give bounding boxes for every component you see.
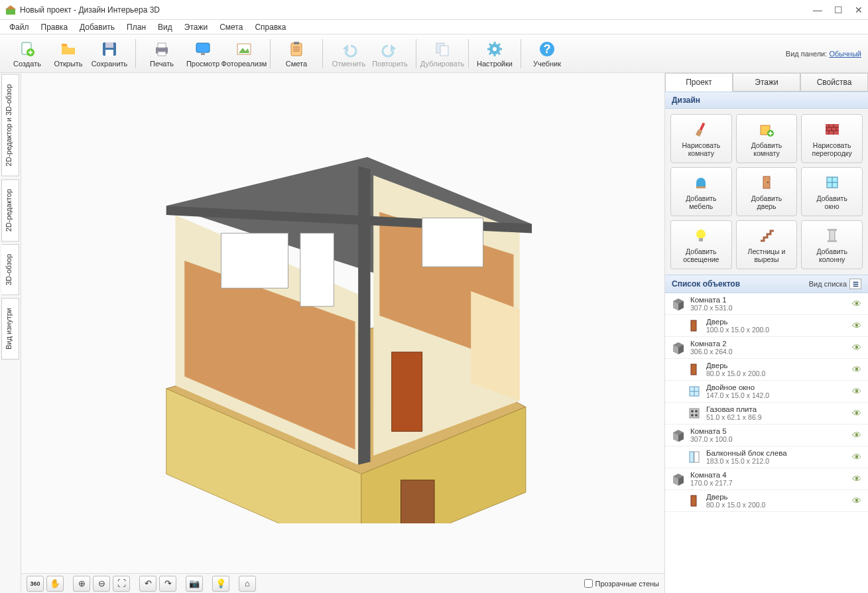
titlebar: Новый проект - Дизайн Интерьера 3D — ☐ ✕ (0, 0, 868, 20)
maximize-button[interactable]: ☐ (834, 5, 843, 15)
svg-point-66 (691, 414, 694, 417)
object-item[interactable]: Двойное окно147.0 x 15.0 x 142.0👁 (665, 381, 868, 403)
print-button[interactable]: Печать (141, 37, 182, 70)
menu-правка[interactable]: Правка (37, 21, 72, 33)
preview-button[interactable]: Просмотр (182, 37, 223, 70)
panel-mode: Вид панели: Обычный (786, 50, 861, 58)
view-tab-2d[interactable]: 2D-редактор (1, 179, 19, 241)
object-item[interactable]: Балконный блок слева183.0 x 15.0 x 212.0… (665, 446, 868, 468)
gear-icon (485, 40, 504, 58)
folder-open-icon (59, 40, 78, 58)
panel-mode-link[interactable]: Обычный (829, 50, 861, 58)
settings-button[interactable]: Настройки (474, 37, 515, 70)
svg-rect-41 (700, 123, 706, 131)
chair-icon (692, 173, 710, 192)
save-button[interactable]: Сохранить (89, 37, 130, 70)
menu-справка[interactable]: Справка (251, 21, 290, 33)
visibility-toggle[interactable]: 👁 (852, 430, 863, 440)
visibility-toggle[interactable]: 👁 (852, 452, 863, 462)
door-icon (686, 493, 702, 509)
object-item[interactable]: Дверь80.0 x 15.0 x 200.0👁 (665, 490, 868, 512)
add-door-button[interactable]: Добавитьдверь (736, 167, 798, 216)
right-panel-tabs: ПроектЭтажиСвойства (665, 73, 868, 92)
undo-icon (340, 40, 358, 58)
object-item[interactable]: Комната 1307.0 x 531.0👁 (665, 293, 868, 315)
viewport-rotate-left-button[interactable]: ↶ (139, 576, 156, 592)
object-item[interactable]: Дверь80.0 x 15.0 x 200.0👁 (665, 359, 868, 381)
add-room-button[interactable]: Добавитькомнату (736, 114, 798, 163)
duplicate-button: Дублировать (422, 37, 463, 70)
tutorial-button[interactable]: ?Учебник (527, 37, 568, 70)
add-column-button[interactable]: Добавитьколонну (801, 220, 863, 269)
draw-room-button[interactable]: Нарисоватькомнату (670, 114, 732, 163)
menu-файл[interactable]: Файл (5, 21, 33, 33)
menu-вид[interactable]: Вид (154, 21, 176, 33)
menu-этажи[interactable]: Этажи (180, 21, 212, 33)
transparent-walls-checkbox[interactable]: Прозрачные стены (584, 579, 659, 588)
3d-scene (111, 133, 574, 523)
visibility-toggle[interactable]: 👁 (852, 364, 863, 375)
menu-смета[interactable]: Смета (216, 21, 247, 33)
minimize-button[interactable]: — (813, 5, 822, 15)
visibility-toggle[interactable]: 👁 (852, 386, 863, 397)
visibility-toggle[interactable]: 👁 (852, 342, 863, 353)
object-item[interactable]: Газовая плита51.0 x 62.1 x 86.9👁 (665, 403, 868, 425)
viewport-home-button[interactable]: ⌂ (239, 576, 256, 592)
door-icon (686, 362, 702, 377)
svg-rect-57 (691, 320, 696, 331)
svg-rect-6 (105, 50, 113, 56)
visibility-toggle[interactable]: 👁 (852, 474, 863, 484)
svg-rect-76 (691, 495, 696, 506)
view-tab-inside[interactable]: Вид изнутри (1, 298, 19, 360)
menu-план[interactable]: План (123, 21, 150, 33)
add-furniture-button[interactable]: Добавитьмебель (670, 167, 732, 216)
visibility-toggle[interactable]: 👁 (852, 408, 863, 419)
view-tab-3d[interactable]: 3D-обзор (1, 244, 19, 295)
svg-rect-15 (294, 42, 299, 44)
list-view-toggle[interactable]: ☰ (849, 279, 861, 289)
rp-tab-props[interactable]: Свойства (800, 73, 868, 92)
viewport-pan-button[interactable]: ✋ (46, 576, 64, 592)
svg-rect-45 (696, 186, 706, 188)
window-icon (823, 173, 841, 192)
photoreal-button[interactable]: Фотореализм (223, 37, 265, 70)
toolbar: СоздатьОткрытьСохранитьПечатьПросмотрФот… (0, 34, 868, 73)
open-button[interactable]: Открыть (48, 37, 89, 70)
svg-rect-10 (196, 43, 210, 52)
object-item[interactable]: Дверь100.0 x 15.0 x 200.0👁 (665, 315, 868, 337)
menu-добавить[interactable]: Добавить (76, 21, 119, 33)
window-controls: — ☐ ✕ (813, 5, 863, 15)
visibility-toggle[interactable]: 👁 (852, 495, 863, 506)
draw-partition-button[interactable]: Нарисоватьперегородку (801, 114, 863, 163)
viewport-rotate-right-button[interactable]: ↷ (159, 576, 176, 592)
object-list: Комната 1307.0 x 531.0👁Дверь100.0 x 15.0… (665, 293, 868, 593)
estimate-button[interactable]: Смета (276, 37, 317, 70)
add-light-button[interactable]: Добавитьосвещение (670, 220, 732, 269)
viewport-zoom-in-button[interactable]: ⊕ (73, 576, 90, 592)
viewport-fit-button[interactable]: ⛶ (113, 576, 130, 592)
view-tab-2d3d[interactable]: 2D-редактор и 3D-обзор (1, 74, 19, 176)
object-item[interactable]: Комната 4170.0 x 217.7👁 (665, 468, 868, 490)
svg-rect-19 (440, 46, 448, 56)
svg-rect-37 (422, 218, 483, 267)
visibility-toggle[interactable]: 👁 (852, 320, 863, 331)
visibility-toggle[interactable]: 👁 (852, 298, 863, 309)
object-list-header: Список объектов Вид списка ☰ (665, 275, 868, 293)
create-button[interactable]: Создать (7, 37, 48, 70)
object-item[interactable]: Комната 2306.0 x 264.0👁 (665, 337, 868, 359)
close-button[interactable]: ✕ (855, 5, 863, 15)
svg-marker-1 (5, 5, 16, 9)
viewport-snapshot-button[interactable]: 📷 (186, 576, 203, 592)
rp-tab-floors[interactable]: Этажи (733, 73, 800, 92)
add-window-button[interactable]: Добавитьокно (801, 167, 863, 216)
3d-canvas[interactable] (21, 73, 664, 573)
viewport-zoom-out-button[interactable]: ⊖ (93, 576, 110, 592)
svg-rect-61 (691, 364, 696, 375)
stairs-button[interactable]: Лестницы ивырезы (736, 220, 798, 269)
svg-rect-36 (300, 233, 334, 306)
rp-tab-project[interactable]: Проект (665, 73, 733, 92)
clipboard-icon (287, 40, 306, 58)
viewport-360-button[interactable]: 360 (27, 576, 44, 592)
viewport-bulb-button[interactable]: 💡 (212, 576, 229, 592)
object-item[interactable]: Комната 5307.0 x 100.0👁 (665, 425, 868, 446)
